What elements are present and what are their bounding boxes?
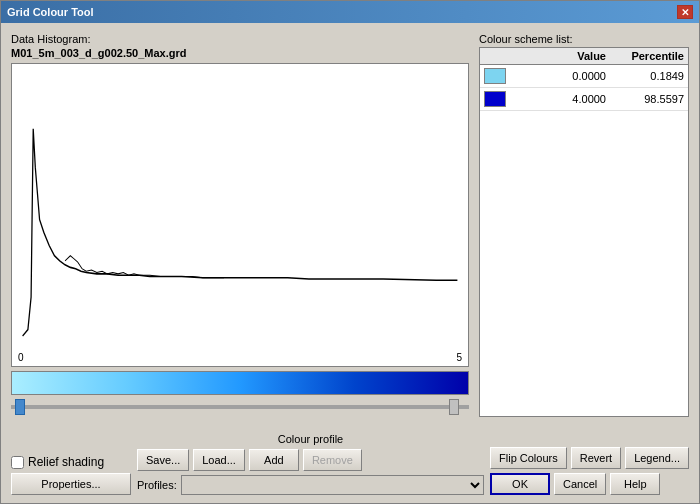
ok-button[interactable]: OK xyxy=(490,473,550,495)
right-buttons-bottom: OK Cancel Help xyxy=(490,473,689,495)
cs-pct-2: 98.5597 xyxy=(614,93,684,105)
cs-value-header: Value xyxy=(514,50,614,62)
main-content: Data Histogram: M01_5m_003_d_g002.50_Max… xyxy=(1,23,699,427)
help-button[interactable]: Help xyxy=(610,473,660,495)
cs-swatch-2 xyxy=(484,91,506,107)
profiles-select[interactable] xyxy=(181,475,484,495)
save-button[interactable]: Save... xyxy=(137,449,189,471)
revert-button[interactable]: Revert xyxy=(571,447,621,469)
histogram-svg xyxy=(12,64,468,349)
cs-swatch-header xyxy=(484,50,514,62)
axis-min-label: 0 xyxy=(18,352,24,363)
add-button[interactable]: Add xyxy=(249,449,299,471)
cs-row-1[interactable]: 0.0000 0.1849 xyxy=(480,65,688,88)
profile-label: Colour profile xyxy=(137,433,484,445)
histogram-axis: 0 5 xyxy=(11,349,469,367)
profile-buttons: Save... Load... Add Remove xyxy=(137,449,484,471)
left-bottom: Relief shading Properties... xyxy=(11,455,131,495)
main-window: Grid Colour Tool ✕ Data Histogram: M01_5… xyxy=(0,0,700,504)
bottom-bar: Relief shading Properties... Colour prof… xyxy=(1,427,699,503)
cs-row-2[interactable]: 4.0000 98.5597 xyxy=(480,88,688,111)
relief-shading-checkbox[interactable] xyxy=(11,456,24,469)
profile-row: Profiles: xyxy=(137,475,484,495)
center-bottom: Colour profile Save... Load... Add Remov… xyxy=(137,433,484,495)
close-button[interactable]: ✕ xyxy=(677,5,693,19)
axis-max-label: 5 xyxy=(456,352,462,363)
cs-value-2: 4.0000 xyxy=(510,93,614,105)
properties-button[interactable]: Properties... xyxy=(11,473,131,495)
cancel-button[interactable]: Cancel xyxy=(554,473,606,495)
cs-pct-header: Percentile xyxy=(614,50,684,62)
histogram-area xyxy=(11,63,469,349)
filename-label: M01_5m_003_d_g002.50_Max.grd xyxy=(11,47,469,59)
colour-scheme-label: Colour scheme list: xyxy=(479,33,689,45)
slider-track xyxy=(11,405,469,409)
legend-button[interactable]: Legend... xyxy=(625,447,689,469)
colour-scheme-box: Value Percentile 0.0000 0.1849 4.0000 98… xyxy=(479,47,689,417)
relief-shading-row: Relief shading xyxy=(11,455,131,469)
histogram-label: Data Histogram: xyxy=(11,33,469,45)
cs-pct-1: 0.1849 xyxy=(614,70,684,82)
right-panel: Colour scheme list: Value Percentile 0.0… xyxy=(479,33,689,417)
cs-value-1: 0.0000 xyxy=(510,70,614,82)
right-bottom: Flip Colours Revert Legend... OK Cancel … xyxy=(490,447,689,495)
slider-left-thumb[interactable] xyxy=(15,399,25,415)
flip-colours-button[interactable]: Flip Colours xyxy=(490,447,567,469)
load-button[interactable]: Load... xyxy=(193,449,245,471)
title-bar: Grid Colour Tool ✕ xyxy=(1,1,699,23)
left-panel: Data Histogram: M01_5m_003_d_g002.50_Max… xyxy=(11,33,469,417)
profiles-text: Profiles: xyxy=(137,479,177,491)
slider-area xyxy=(11,397,469,417)
cs-swatch-1 xyxy=(484,68,506,84)
slider-right-thumb[interactable] xyxy=(449,399,459,415)
right-buttons-top: Flip Colours Revert Legend... xyxy=(490,447,689,469)
relief-shading-label: Relief shading xyxy=(28,455,104,469)
cs-header: Value Percentile xyxy=(480,48,688,65)
colorbar xyxy=(11,371,469,395)
window-title: Grid Colour Tool xyxy=(7,6,94,18)
remove-button[interactable]: Remove xyxy=(303,449,362,471)
